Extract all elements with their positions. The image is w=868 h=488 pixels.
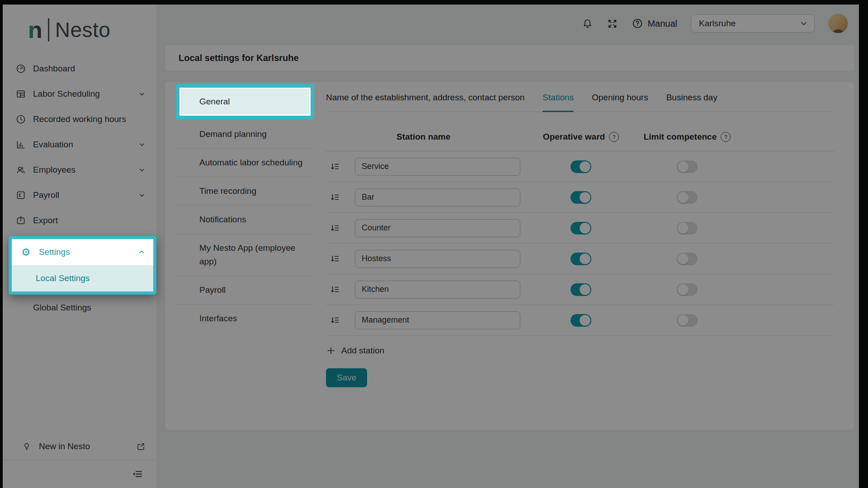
station-name-input[interactable] (355, 188, 520, 206)
station-row (326, 305, 834, 336)
sidebar-item-recorded-working-hours[interactable]: Recorded working hours (3, 107, 156, 132)
chevron-down-icon (137, 191, 146, 200)
drag-sort-icon[interactable] (330, 223, 340, 234)
station-row (326, 274, 834, 305)
tab-business-day[interactable]: Business day (666, 93, 717, 112)
sidebar-spacer (3, 323, 156, 433)
subnav-list: Demand planning Automatic labor scheduli… (176, 120, 314, 333)
tab-stations[interactable]: Stations (542, 93, 574, 112)
operative-ward-toggle[interactable] (571, 253, 591, 265)
settings-subnav: General Demand planning Automatic labor … (165, 82, 314, 430)
chevron-down-icon (137, 165, 146, 174)
topbar: Manual Karlsruhe (582, 11, 848, 36)
manual-link[interactable]: Manual (632, 18, 677, 29)
sidebar-item-new-in-nesto[interactable]: New in Nesto (3, 433, 156, 460)
station-name-input[interactable] (355, 219, 520, 237)
operative-ward-toggle[interactable] (571, 222, 591, 235)
export-icon (15, 215, 26, 226)
chevron-down-icon (137, 89, 146, 99)
subnav-item-interfaces[interactable]: Interfaces (176, 304, 314, 333)
help-icon[interactable]: ? (609, 132, 619, 142)
operative-ward-toggle[interactable] (571, 314, 591, 327)
sidebar-item-settings[interactable]: ⚙ Settings (12, 239, 153, 265)
chevron-down-icon (137, 140, 146, 149)
sidebar: nn Nesto Dashboard Labor Scheduling (3, 5, 156, 488)
operative-ward-toggle[interactable] (571, 283, 591, 296)
avatar[interactable] (828, 14, 848, 33)
page-header-card: Local settings for Karlsruhe (165, 45, 854, 71)
subnav-item-time-recording[interactable]: Time recording (176, 177, 314, 205)
drag-sort-icon[interactable] (330, 284, 340, 295)
stations-table-header: Station name Operative ward ? Limit comp… (326, 132, 834, 151)
plus-icon (326, 346, 336, 356)
expand-icon[interactable] (607, 18, 618, 29)
sidebar-item-global-settings[interactable]: Global Settings (3, 295, 156, 323)
document-icon (15, 190, 26, 201)
station-name-input[interactable] (355, 250, 520, 268)
limit-competence-toggle[interactable] (677, 253, 698, 265)
location-selector[interactable]: Karlsruhe (691, 14, 815, 33)
drag-sort-icon[interactable] (330, 161, 340, 172)
main-area: Manual Karlsruhe Local settings for Karl… (156, 5, 859, 488)
tab-establishment[interactable]: Name of the establishment, address, cont… (326, 93, 524, 112)
limit-competence-toggle[interactable] (677, 160, 698, 173)
subnav-item-my-nesto-app[interactable]: My Nesto App (employee app) (176, 234, 314, 276)
screen: nn Nesto Dashboard Labor Scheduling (0, 0, 868, 488)
sidebar-item-payroll[interactable]: Payroll (3, 183, 156, 208)
tab-opening-hours[interactable]: Opening hours (592, 93, 648, 112)
external-link-icon (136, 442, 146, 451)
people-icon (15, 164, 26, 175)
operative-ward-toggle[interactable] (571, 191, 591, 204)
collapse-sidebar-icon[interactable] (132, 469, 143, 479)
column-header-operative-ward: Operative ward ? (527, 132, 635, 142)
chevron-down-icon (799, 19, 809, 28)
logo-wordmark: Nesto (55, 18, 111, 42)
station-row (326, 151, 834, 182)
subnav-item-notifications[interactable]: Notifications (176, 205, 314, 234)
drag-sort-icon[interactable] (330, 315, 340, 326)
gauge-icon (15, 63, 26, 74)
limit-competence-toggle[interactable] (677, 314, 698, 327)
station-name-input[interactable] (355, 281, 520, 299)
bell-icon[interactable] (582, 18, 593, 29)
general-highlight-box: General (176, 84, 314, 119)
clock-icon (15, 114, 26, 125)
station-name-input[interactable] (355, 158, 520, 176)
help-icon (632, 18, 643, 29)
chevron-up-icon (137, 248, 146, 257)
limit-competence-toggle[interactable] (677, 283, 698, 296)
column-header-limit-competence: Limit competence ? (635, 132, 739, 142)
drag-sort-icon[interactable] (330, 253, 340, 264)
station-name-input[interactable] (355, 311, 520, 329)
station-row (326, 244, 834, 274)
save-button[interactable]: Save (326, 368, 367, 387)
sidebar-item-labor-scheduling[interactable]: Labor Scheduling (3, 81, 156, 107)
sidebar-item-employees[interactable]: Employees (3, 157, 156, 183)
help-icon[interactable]: ? (721, 132, 731, 142)
gear-icon: ⚙ (21, 247, 32, 258)
subnav-item-automatic-labor-scheduling[interactable]: Automatic labor scheduling (176, 148, 314, 177)
sidebar-item-export[interactable]: Export (3, 208, 156, 233)
sidebar-nav: Dashboard Labor Scheduling Recorded wor (3, 52, 156, 233)
sidebar-item-dashboard[interactable]: Dashboard (3, 56, 156, 81)
nesto-logo: nn Nesto (3, 5, 156, 52)
column-header-station-name: Station name (355, 132, 527, 142)
station-row (326, 213, 834, 244)
sidebar-item-evaluation[interactable]: Evaluation (3, 132, 156, 157)
drag-sort-icon[interactable] (330, 192, 340, 203)
sidebar-collapse-row (3, 460, 156, 488)
subnav-item-demand-planning[interactable]: Demand planning (176, 120, 314, 148)
stations-content: Name of the establishment, address, cont… (314, 82, 854, 430)
settings-panel: General Demand planning Automatic labor … (165, 82, 854, 430)
tabs: Name of the establishment, address, cont… (326, 82, 834, 112)
limit-competence-toggle[interactable] (677, 191, 698, 204)
add-station-button[interactable]: Add station (326, 346, 384, 356)
limit-competence-toggle[interactable] (677, 222, 698, 235)
subnav-item-general[interactable]: General (181, 89, 309, 114)
grid-icon (15, 89, 26, 99)
sidebar-item-local-settings[interactable]: Local Settings (12, 265, 153, 291)
logo-divider (48, 18, 49, 42)
subnav-item-payroll[interactable]: Payroll (176, 276, 314, 304)
logo-n-glyph: nn (28, 18, 42, 42)
operative-ward-toggle[interactable] (571, 160, 591, 173)
